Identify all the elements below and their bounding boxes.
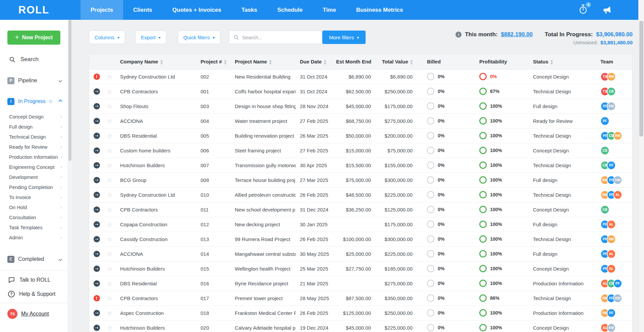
sidebar-item-concept-design[interactable]: Concept Design› [0, 112, 68, 122]
timer-button[interactable]: 4 [579, 4, 588, 15]
warning-icon[interactable]: ! [94, 74, 100, 80]
nav-item-time[interactable]: Time [313, 0, 346, 20]
column-header-due-date[interactable]: Due Date▲▼ [296, 54, 336, 69]
this-month-value[interactable]: $882,190.00 [501, 31, 533, 38]
avatar[interactable]: KM [607, 323, 616, 332]
forward-icon[interactable]: → [94, 325, 100, 331]
forward-icon[interactable]: → [94, 251, 100, 257]
columns-button[interactable]: Columns ▾ [89, 31, 125, 44]
sidebar-item-full-design[interactable]: Full design› [0, 122, 68, 132]
forward-icon[interactable]: → [94, 266, 100, 272]
avatar[interactable]: PF [607, 161, 616, 170]
sidebar-item-in-progress[interactable]: I In Progress ☆ [0, 96, 68, 107]
table-row[interactable]: →☆Sydney Construction Ltd010Allied petro… [89, 187, 633, 202]
forward-icon[interactable]: → [94, 88, 100, 95]
new-project-button[interactable]: + New Project [7, 31, 60, 45]
avatar[interactable]: RM [613, 131, 622, 140]
star-icon[interactable]: ☆ [107, 177, 112, 184]
announcements-button[interactable] [602, 5, 611, 14]
forward-icon[interactable]: → [94, 103, 100, 109]
avatar[interactable]: CB [600, 205, 609, 214]
sort-icon[interactable]: ▲▼ [160, 59, 162, 65]
sidebar-item-to-invoice[interactable]: To Invoice› [0, 192, 68, 202]
avatar[interactable]: PF [613, 279, 622, 288]
nav-item-business-metrics[interactable]: Business Metrics [346, 0, 413, 20]
forward-icon[interactable]: → [94, 118, 100, 124]
star-icon[interactable]: ☆ [107, 132, 112, 139]
favorite-star-icon[interactable]: ☆ [48, 98, 53, 104]
forward-icon[interactable]: → [94, 310, 100, 316]
forward-icon[interactable]: → [94, 147, 100, 154]
more-filters-button[interactable]: More filters ▾ [322, 31, 366, 44]
star-icon[interactable]: ☆ [107, 88, 112, 95]
forward-icon[interactable]: → [94, 177, 100, 183]
quick-filters-button[interactable]: Quick filters ▾ [178, 31, 220, 44]
sidebar-item-completed[interactable]: C Completed [0, 253, 68, 265]
table-row[interactable]: →☆ACCIONA014Mangahwawi central substa30 … [89, 246, 633, 261]
table-row[interactable]: →☆BCG Group008Terrace house building pro… [89, 173, 633, 187]
column-header-company-name[interactable]: Company Name▲▼ [115, 54, 197, 69]
sort-icon[interactable]: ▲▼ [551, 59, 553, 65]
star-icon[interactable]: ☆ [107, 280, 112, 287]
star-icon[interactable]: ☆ [107, 295, 112, 302]
sidebar-item-task-templates[interactable]: Task Templates› [0, 223, 68, 233]
column-header-status[interactable]: Status▲▼ [524, 54, 592, 69]
table-row[interactable]: →☆DBS Residential005Building renovation … [89, 128, 633, 143]
sidebar-item-ready-for-review[interactable]: Ready for Review› [0, 142, 68, 152]
table-row[interactable]: →☆Hutchinson Builders015Wellington healt… [89, 261, 633, 276]
talk-to-roll-button[interactable]: Talk to ROLL [0, 276, 68, 283]
star-icon[interactable]: ☆ [107, 221, 112, 228]
table-row[interactable]: →☆ACCIONA004Water treatment project27 Fe… [89, 113, 633, 128]
star-icon[interactable]: ☆ [107, 162, 112, 169]
star-icon[interactable]: ☆ [107, 206, 112, 213]
nav-item-schedule[interactable]: Schedule [267, 0, 313, 20]
app-logo[interactable]: ROLL [0, 0, 68, 20]
table-row[interactable]: →☆Aspec Construction018Frankston Medical… [89, 305, 633, 320]
sidebar-item-admin[interactable]: Admin› [0, 233, 68, 243]
sort-icon[interactable]: ▲▼ [411, 59, 413, 65]
forward-icon[interactable]: → [94, 236, 100, 242]
sidebar-item-engineering-concept[interactable]: Engineering Concept› [0, 162, 68, 172]
sidebar-item-technical-design[interactable]: Technical Design› [0, 132, 68, 142]
forward-icon[interactable]: → [94, 280, 100, 287]
avatar[interactable]: RM [607, 235, 616, 244]
search-input[interactable] [242, 35, 318, 40]
table-row[interactable]: →☆DBS Residential016Ryrie Recidance proj… [89, 276, 633, 291]
export-button[interactable]: Export ▾ [135, 31, 166, 44]
table-row[interactable]: →☆Shop Fitouts003Design in house shop fi… [89, 99, 633, 113]
table-row[interactable]: →☆CPB Contractors011New school developme… [89, 202, 633, 217]
sidebar-item-on-hold[interactable]: On Hold› [0, 202, 68, 212]
star-icon[interactable]: ☆ [107, 191, 112, 198]
avatar[interactable]: PF [600, 116, 609, 126]
star-icon[interactable]: ☆ [107, 236, 112, 243]
star-icon[interactable]: ☆ [107, 265, 112, 272]
sort-icon[interactable]: ▲▼ [269, 59, 271, 65]
table-row[interactable]: →☆Cassidy Construction01399 Rumera Road … [89, 232, 633, 246]
warning-icon[interactable]: ! [94, 295, 100, 301]
avatar[interactable]: AL [607, 220, 616, 229]
sidebar-item-development[interactable]: Development› [0, 172, 68, 182]
info-icon[interactable]: i [455, 32, 462, 38]
avatar[interactable]: AL [607, 249, 616, 258]
sidebar-item-consultation[interactable]: Consultation› [0, 212, 68, 223]
avatar[interactable]: CB [607, 87, 616, 96]
nav-item-clients[interactable]: Clients [123, 0, 162, 20]
column-header-project-name[interactable]: Project Name▲▼ [230, 54, 296, 69]
avatar[interactable]: AL [607, 264, 616, 273]
avatar[interactable]: RM [607, 72, 616, 81]
avatar[interactable]: KM [607, 102, 616, 111]
star-icon[interactable]: ☆ [107, 310, 112, 317]
nav-item-tasks[interactable]: Tasks [231, 0, 267, 20]
table-row[interactable]: →☆CPB Contractors001Coffs harbor hospita… [89, 84, 633, 99]
sidebar-item-production-information[interactable]: Production Information› [0, 152, 68, 162]
scrollbar-thumb[interactable] [68, 20, 71, 161]
avatar[interactable]: KM [613, 294, 622, 303]
my-account-button[interactable]: TS My Account [0, 309, 68, 319]
help-support-button[interactable]: ? Help & Support [0, 291, 68, 297]
sidebar-item-search[interactable]: Search [0, 56, 68, 63]
star-icon[interactable]: ☆ [107, 73, 112, 80]
sidebar-scrollbar[interactable] [68, 20, 72, 332]
page-scrollbar[interactable] [638, 0, 644, 332]
table-row[interactable]: !☆CPB Contractors017Premeir tower projec… [89, 291, 633, 305]
forward-icon[interactable]: → [94, 162, 100, 169]
